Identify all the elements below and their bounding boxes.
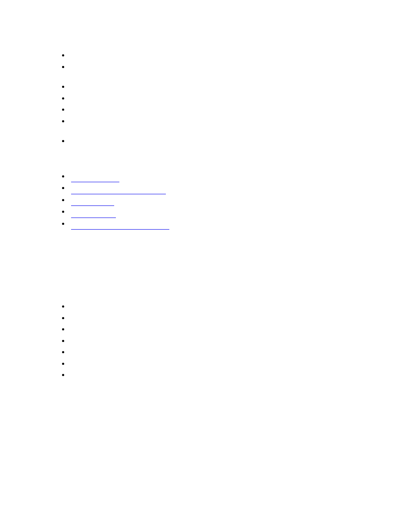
list-item [69,206,411,218]
link-2[interactable] [71,184,166,191]
list-item [69,301,411,312]
list-item [69,324,411,335]
list-item [69,81,411,93]
list-item [69,171,411,183]
bullet-list-5 [52,301,411,381]
bullet-list-1 [52,50,411,72]
list-item [69,93,411,104]
link-5[interactable] [71,220,169,227]
list-item [69,346,411,358]
list-item [69,335,411,347]
list-item [69,135,411,147]
list-item [69,218,411,230]
list-item [69,358,411,370]
list-item [69,50,411,61]
list-item [69,194,411,206]
link-4[interactable] [71,208,116,215]
bullet-list-2 [52,81,411,127]
list-item [69,115,411,127]
link-1[interactable] [71,172,119,180]
list-item [69,369,411,381]
list-item [69,182,411,194]
link-list [52,171,411,230]
list-item [69,61,411,73]
link-3[interactable] [71,196,114,203]
list-item [69,312,411,324]
bullet-list-3 [52,135,411,147]
list-item [69,104,411,115]
